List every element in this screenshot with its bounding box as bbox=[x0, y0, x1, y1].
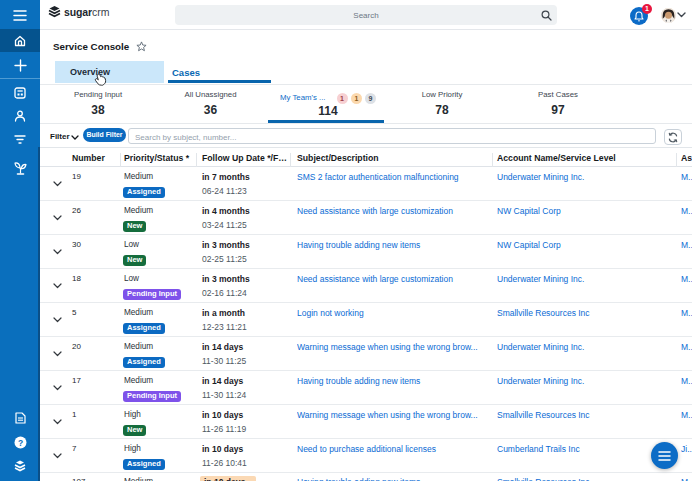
svg-text:?: ? bbox=[17, 438, 22, 448]
